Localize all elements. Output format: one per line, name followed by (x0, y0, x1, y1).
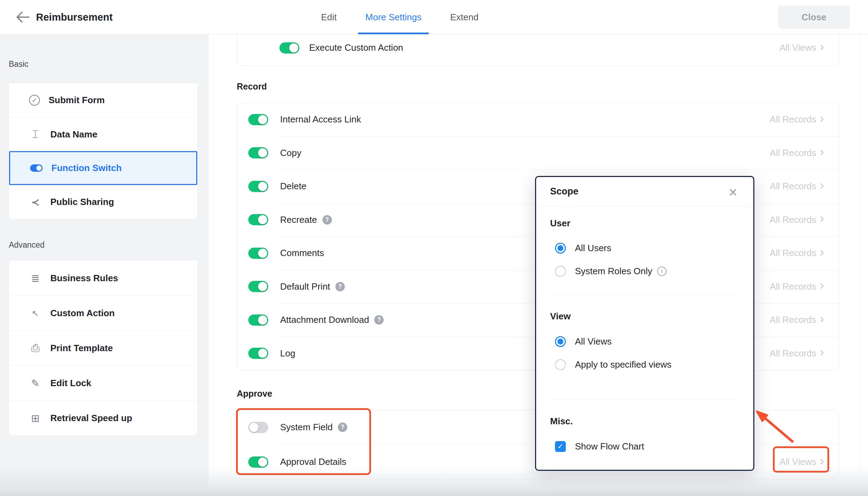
setting-label: Recreate (280, 214, 317, 225)
back-button[interactable] (14, 8, 31, 26)
modal-section: View All Views i Apply to specified view… (550, 295, 739, 399)
chevron-right-icon: › (820, 114, 824, 123)
sidebar-item-label: Public Sharing (50, 197, 114, 207)
setting-label: Delete (280, 181, 306, 192)
tab-bar: Edit More Settings Extend (321, 0, 478, 34)
tab[interactable]: Edit (321, 0, 337, 34)
help-icon[interactable]: ? (374, 315, 384, 325)
sidebar-section: Basic ✓ Submit Form ⌶ Data Name Function… (0, 34, 209, 219)
sidebar-item[interactable]: ⊞ Retrieval Speed up (9, 401, 197, 435)
radio-option-label: All Views (575, 336, 612, 347)
tab-label: Edit (321, 12, 337, 23)
toggle-switch[interactable] (248, 348, 268, 359)
tab[interactable]: More Settings (365, 0, 421, 34)
sidebar-item[interactable]: ≺ Public Sharing (9, 185, 197, 219)
help-icon[interactable]: ? (338, 423, 347, 432)
sidebar-item[interactable]: ✓ Submit Form (9, 83, 197, 117)
sidebar-item[interactable]: ↖ Custom Action (9, 296, 197, 331)
toggle-switch[interactable] (248, 248, 268, 259)
scope-link[interactable]: All Records › (770, 214, 824, 225)
help-icon[interactable]: ? (322, 215, 332, 225)
check-icon: ✓ (557, 442, 564, 451)
pencil-icon: ✎ (29, 377, 42, 390)
radio-button[interactable] (555, 243, 566, 254)
scope-link[interactable]: All Records › (770, 281, 824, 292)
sidebar-section-label: Basic (9, 34, 209, 69)
scope-link[interactable]: All Records › (770, 348, 824, 359)
sidebar-item[interactable]: Function Switch (9, 151, 197, 185)
modal-header: Scope × (536, 177, 753, 206)
scope-link-label: All Records (770, 114, 816, 125)
toggle-switch[interactable] (248, 422, 268, 433)
setting-label: Default Print (280, 281, 330, 292)
section-heading-approve: Approve (237, 388, 272, 399)
scope-link[interactable]: All Records › (770, 248, 824, 258)
close-button[interactable]: Close (778, 6, 850, 29)
setting-row: Copy ? All Records › (237, 136, 839, 170)
sidebar-item[interactable]: ⎙ Print Template (9, 331, 197, 366)
sidebar-item[interactable]: ≣ Business Rules (9, 261, 197, 296)
back-arrow-icon (16, 11, 30, 23)
scope-link-label: All Records (770, 281, 816, 292)
modal-body: User All Users i System Roles Only i ✓ (536, 206, 753, 458)
sidebar-item-label: Retrieval Speed up (50, 413, 132, 424)
vertical-scrollbar[interactable] (859, 34, 868, 496)
scope-link[interactable]: All Views › (780, 42, 824, 53)
toggle-switch[interactable] (248, 114, 268, 125)
tab-label: More Settings (365, 12, 421, 23)
radio-option[interactable]: All Views i (550, 330, 739, 353)
toggle-switch[interactable] (279, 42, 299, 54)
scope-link[interactable]: All Records › (770, 314, 824, 325)
radio-option[interactable]: Apply to specified views i (550, 353, 739, 376)
printer-icon: ⎙ (29, 342, 42, 355)
scope-link[interactable]: All Records › (770, 148, 824, 158)
scope-link-label: All Records (770, 248, 816, 258)
radio-option[interactable]: System Roles Only i (550, 260, 739, 283)
sidebar-item[interactable]: ✎ Edit Lock (9, 366, 197, 401)
chevron-right-icon: › (820, 314, 824, 324)
setting-label: Attachment Download (280, 314, 369, 325)
sidebar-item-label: Function Switch (51, 163, 122, 173)
checkbox[interactable]: ✓ (555, 441, 566, 452)
sidebar-item-label: Data Name (50, 129, 97, 140)
scope-link[interactable]: All Views › (780, 456, 824, 467)
toggle-switch[interactable] (248, 314, 268, 326)
speedup-icon: ⊞ (29, 412, 42, 425)
close-icon[interactable]: × (725, 185, 741, 200)
radio-group: All Users i System Roles Only i (550, 236, 739, 283)
radio-option-label: System Roles Only (575, 266, 652, 277)
tab-label: Extend (450, 12, 478, 23)
radio-option[interactable]: All Users i (550, 236, 739, 260)
info-icon[interactable]: i (657, 267, 667, 276)
toggle-switch[interactable] (248, 456, 268, 468)
scope-link-label: All Records (770, 181, 816, 192)
sidebar-sections: Basic ✓ Submit Form ⌶ Data Name Function… (0, 34, 209, 436)
toggle-switch[interactable] (248, 214, 268, 225)
scope-link-label: All Records (770, 214, 816, 225)
chevron-right-icon: › (820, 147, 824, 156)
sidebar-item-label: Edit Lock (50, 378, 91, 389)
checkbox-option[interactable]: ✓ Show Flow Chart (550, 435, 739, 458)
share-icon: ≺ (29, 196, 42, 208)
toggle-switch[interactable] (248, 181, 268, 192)
sidebar-section-label: Advanced (9, 219, 209, 250)
radio-group: All Views i Apply to specified views i (550, 330, 739, 376)
scope-link[interactable]: All Records › (770, 181, 824, 192)
radio-button[interactable] (555, 336, 566, 347)
toggle-switch[interactable] (248, 281, 268, 292)
list-icon: ≣ (29, 272, 42, 284)
radio-button[interactable] (555, 359, 566, 370)
sidebar-item-label: Custom Action (50, 308, 115, 319)
modal-section: Misc. ✓ Show Flow Chart (550, 399, 739, 458)
scope-link[interactable]: All Records › (770, 114, 824, 125)
custom-action-icon: ↖ (29, 307, 42, 320)
page-title: Reimbursement (36, 0, 113, 34)
sidebar-item[interactable]: ⌶ Data Name (9, 117, 197, 151)
toggle-switch[interactable] (248, 147, 268, 158)
radio-button[interactable] (555, 266, 566, 277)
scope-link-label: All Records (770, 348, 816, 359)
setting-label: Internal Access Link (280, 114, 361, 125)
tab[interactable]: Extend (450, 0, 478, 34)
modal-section: User All Users i System Roles Only i ✓ (550, 206, 739, 295)
help-icon[interactable]: ? (335, 282, 345, 291)
